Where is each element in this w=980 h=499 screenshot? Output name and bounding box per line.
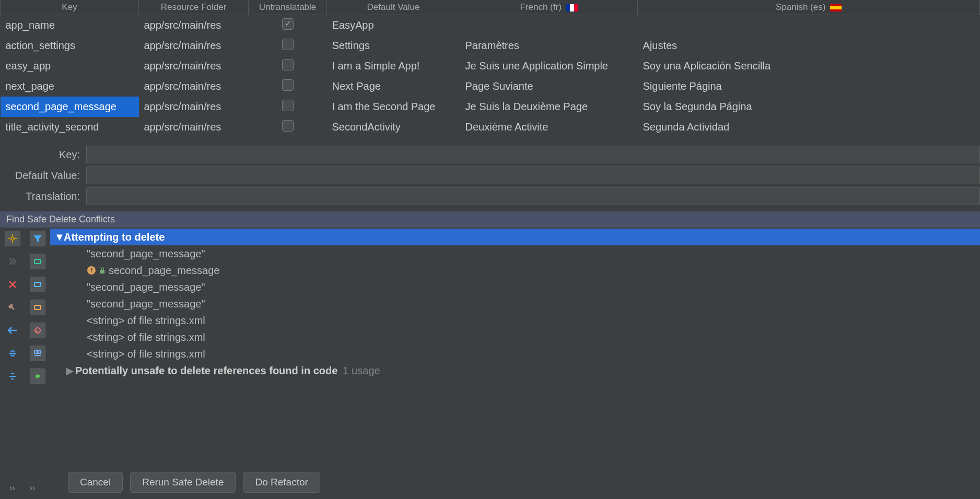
flag-fr-icon <box>566 4 578 11</box>
cell-resource[interactable]: app/src/main/res <box>139 15 249 36</box>
cell-default[interactable]: SecondActivity <box>327 117 460 137</box>
svg-rect-3 <box>34 305 41 310</box>
collapse-icon[interactable] <box>5 346 20 361</box>
cell-untranslatable[interactable] <box>249 56 327 76</box>
cell-french[interactable]: Page Suviante <box>460 76 638 97</box>
checkbox-icon[interactable] <box>282 59 294 70</box>
group-box-icon[interactable] <box>30 300 45 315</box>
cell-default[interactable]: I am a Simple App! <box>327 56 460 76</box>
checkbox-icon[interactable] <box>282 79 294 91</box>
cancel-button[interactable]: Cancel <box>68 472 123 493</box>
tree-heading-unsafe[interactable]: ▶ Potentially unsafe to delete reference… <box>50 362 980 379</box>
cell-french[interactable]: Paramètres <box>460 35 638 56</box>
svg-rect-1 <box>34 259 41 264</box>
filter-icon[interactable] <box>30 231 45 246</box>
do-refactor-button[interactable]: Do Refactor <box>243 472 320 493</box>
pin-icon[interactable] <box>5 300 20 315</box>
collapse-arrow-icon[interactable]: ▶ <box>66 364 75 377</box>
header-untranslatable[interactable]: Untranslatable <box>249 0 327 15</box>
cell-untranslatable[interactable] <box>249 76 327 97</box>
cell-spanish[interactable]: Segunda Actividad <box>638 117 980 137</box>
cell-key[interactable]: title_activity_second <box>1 117 139 137</box>
checkbox-icon[interactable] <box>282 120 294 132</box>
cell-french[interactable]: Deuxième Activite <box>460 117 638 137</box>
tree-item[interactable]: fsecond_page_message <box>50 262 980 279</box>
checkbox-icon[interactable] <box>282 18 294 30</box>
table-row[interactable]: easy_appapp/src/main/resI am a Simple Ap… <box>1 56 980 76</box>
cell-resource[interactable]: app/src/main/res <box>139 35 249 56</box>
cell-resource[interactable]: app/src/main/res <box>139 56 249 76</box>
header-default-value[interactable]: Default Value <box>327 0 460 15</box>
svg-point-0 <box>11 237 14 240</box>
cell-spanish[interactable]: Ajustes <box>638 35 980 56</box>
back-icon[interactable] <box>5 323 20 338</box>
group-circle-icon[interactable] <box>30 277 45 292</box>
cell-french[interactable]: Je Suis une Application Simple <box>460 56 638 76</box>
header-key[interactable]: Key <box>1 0 139 15</box>
cell-default[interactable]: Settings <box>327 35 460 56</box>
cell-spanish[interactable]: Soy una Aplicación Sencilla <box>638 56 980 76</box>
cell-untranslatable[interactable] <box>249 35 327 56</box>
diff-icon[interactable] <box>30 369 45 384</box>
key-label: Key: <box>0 149 86 161</box>
checkbox-icon[interactable] <box>282 100 294 111</box>
tool-column-left <box>0 228 25 467</box>
tree-item[interactable]: <string> of file strings.xml <box>50 346 980 362</box>
cell-spanish[interactable] <box>638 15 980 36</box>
tree-item[interactable]: "second_page_message" <box>50 295 980 312</box>
header-spanish[interactable]: Spanish (es) <box>638 0 980 15</box>
cell-untranslatable[interactable] <box>249 97 327 117</box>
more-tools-overflow[interactable]: ›› ›› <box>9 483 35 493</box>
key-input[interactable] <box>86 146 980 163</box>
detail-form: Key: Default Value: Translation: <box>0 137 980 211</box>
conflicts-panel-title: Find Safe Delete Conflicts <box>0 211 980 228</box>
divider-icon[interactable] <box>5 369 20 384</box>
header-french[interactable]: French (fr) <box>460 0 638 15</box>
cell-french[interactable]: Je Suis la Deuxième Page <box>460 97 638 117</box>
cell-spanish[interactable]: Soy la Segunda Página <box>638 97 980 117</box>
close-icon[interactable] <box>5 277 20 292</box>
cell-resource[interactable]: app/src/main/res <box>139 117 249 137</box>
tree-item[interactable]: <string> of file strings.xml <box>50 312 980 329</box>
svg-rect-2 <box>34 282 41 287</box>
module-icon[interactable]: m <box>30 323 45 338</box>
table-row[interactable]: title_activity_secondapp/src/main/resSec… <box>1 117 980 137</box>
tree-item[interactable]: <string> of file strings.xml <box>50 329 980 346</box>
cell-key[interactable]: second_page_message <box>1 97 139 117</box>
cell-resource[interactable]: app/src/main/res <box>139 76 249 97</box>
default-value-input[interactable] <box>86 167 980 184</box>
settings-icon[interactable] <box>5 231 20 246</box>
cell-resource[interactable]: app/src/main/res <box>139 97 249 117</box>
cell-default[interactable]: EasyApp <box>327 15 460 36</box>
table-row[interactable]: second_page_messageapp/src/main/resI am … <box>1 97 980 117</box>
cell-french[interactable] <box>460 15 638 36</box>
cell-spanish[interactable]: Siguiente Página <box>638 76 980 97</box>
tree-item[interactable]: "second_page_message" <box>50 245 980 262</box>
table-row[interactable]: app_nameapp/src/main/resEasyApp <box>1 15 980 36</box>
cell-default[interactable]: Next Page <box>327 76 460 97</box>
cell-key[interactable]: easy_app <box>1 56 139 76</box>
translation-input[interactable] <box>86 187 980 205</box>
lock-icon <box>99 267 106 274</box>
group-square-icon[interactable] <box>30 254 45 269</box>
tree-item[interactable]: "second_page_message" <box>50 279 980 295</box>
table-row[interactable]: next_pageapp/src/main/resNext PagePage S… <box>1 76 980 97</box>
conflicts-tree[interactable]: ▼ Attempting to delete "second_page_mess… <box>50 228 980 467</box>
cell-key[interactable]: next_page <box>1 76 139 97</box>
next-occurrence-icon[interactable] <box>5 254 20 269</box>
cell-untranslatable[interactable] <box>249 15 327 36</box>
cell-default[interactable]: I am the Second Page <box>327 97 460 117</box>
table-row[interactable]: action_settingsapp/src/main/resSettingsP… <box>1 35 980 56</box>
align-icon[interactable] <box>30 346 45 361</box>
checkbox-icon[interactable] <box>282 39 294 50</box>
cell-untranslatable[interactable] <box>249 117 327 137</box>
default-value-label: Default Value: <box>0 170 86 182</box>
cell-key[interactable]: action_settings <box>1 35 139 56</box>
expand-arrow-icon[interactable]: ▼ <box>54 231 64 243</box>
header-resource-folder[interactable]: Resource Folder <box>139 0 249 15</box>
tree-heading-attempting[interactable]: ▼ Attempting to delete <box>50 229 980 245</box>
cell-key[interactable]: app_name <box>1 15 139 36</box>
overflow-icon[interactable]: ›› <box>30 483 36 493</box>
overflow-icon[interactable]: ›› <box>9 483 15 493</box>
rerun-safe-delete-button[interactable]: Rerun Safe Delete <box>130 472 236 493</box>
